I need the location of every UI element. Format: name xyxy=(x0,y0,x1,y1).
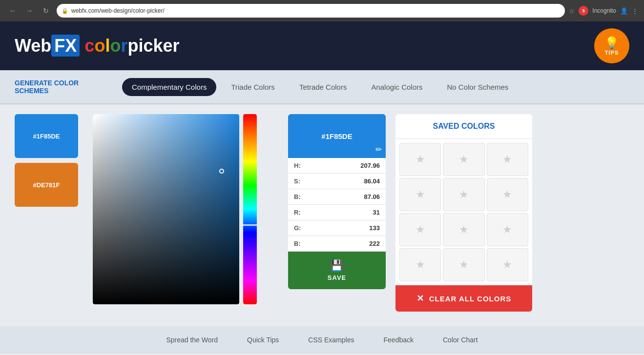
profile-icon: 👤 xyxy=(620,7,628,15)
r-value-row: R: xyxy=(288,205,386,220)
footer-color-chart[interactable]: Color Chart xyxy=(443,336,478,344)
star-icon-11: ★ xyxy=(459,258,469,271)
star-icon: ☆ xyxy=(569,7,575,15)
save-icon: 💾 xyxy=(330,259,344,272)
clear-label: CLEAR ALL COLORS xyxy=(429,295,512,303)
footer-quick-tips[interactable]: Quick Tips xyxy=(247,336,279,344)
main-content: #1F85DE #DE781F #1F85DE ✏ H: S: xyxy=(0,104,644,321)
b2-label: B: xyxy=(294,240,301,247)
saved-slot-8[interactable]: ★ xyxy=(443,213,484,246)
picker-area xyxy=(93,114,278,312)
b-value-row: B: xyxy=(288,189,386,205)
saved-slot-9[interactable]: ★ xyxy=(487,213,528,246)
tab-triade[interactable]: Triade Colors xyxy=(221,78,284,96)
url-text: webfx.com/web-design/color-picker/ xyxy=(71,7,165,14)
clear-icon: ✕ xyxy=(416,293,424,304)
g-value-row: G: xyxy=(288,220,386,236)
footer-css-examples[interactable]: CSS Examples xyxy=(308,336,354,344)
saved-colors-grid: ★ ★ ★ ★ ★ ★ ★ ★ ★ ★ ★ ★ xyxy=(395,139,532,285)
logo-c: c xyxy=(84,36,94,56)
saved-slot-2[interactable]: ★ xyxy=(443,143,484,176)
tips-label: TIPS xyxy=(605,50,619,56)
footer-spread-word[interactable]: Spread the Word xyxy=(166,336,218,344)
address-bar[interactable]: 🔒 webfx.com/web-design/color-picker/ xyxy=(57,4,565,18)
hue-slider xyxy=(243,114,257,304)
g-label: G: xyxy=(294,224,301,232)
swatch-orange[interactable]: #DE781F xyxy=(15,163,78,207)
star-icon-5: ★ xyxy=(459,188,469,201)
star-icon-1: ★ xyxy=(415,153,425,166)
s-input[interactable] xyxy=(346,178,380,185)
clear-all-button[interactable]: ✕ CLEAR ALL COLORS xyxy=(395,285,532,312)
saved-slot-6[interactable]: ★ xyxy=(487,178,528,211)
logo-r: r xyxy=(121,36,127,56)
star-icon-6: ★ xyxy=(502,188,512,201)
eyedropper-button[interactable]: ✏ xyxy=(375,145,382,154)
logo-o2: o xyxy=(110,36,121,56)
incognito-label: Incognito xyxy=(592,7,616,14)
swatch-orange-label: #DE781F xyxy=(33,181,60,189)
s-value-row: S: xyxy=(288,174,386,189)
saved-slot-12[interactable]: ★ xyxy=(487,248,528,281)
r-input[interactable] xyxy=(346,209,380,216)
picker-dot[interactable] xyxy=(219,169,224,174)
swatch-blue-label: #1F85DE xyxy=(33,133,60,140)
tab-noscheme[interactable]: No Color Schemes xyxy=(437,78,518,96)
star-icon-12: ★ xyxy=(502,258,512,271)
saved-slot-5[interactable]: ★ xyxy=(443,178,484,211)
tab-complementary[interactable]: Complementary Colors xyxy=(122,78,216,96)
saved-slot-1[interactable]: ★ xyxy=(399,143,441,176)
logo-colorpicker: colorpicker xyxy=(84,36,179,56)
browser-chrome: ← → ↻ 🔒 webfx.com/web-design/color-picke… xyxy=(0,0,644,21)
generate-label: GENERATE COLOR SCHEMES xyxy=(15,79,112,95)
bulb-icon: 💡 xyxy=(604,36,619,50)
star-icon-3: ★ xyxy=(502,153,512,166)
saved-colors-panel: SAVED COLORS ★ ★ ★ ★ ★ ★ ★ ★ ★ ★ ★ ★ ✕ C… xyxy=(395,114,532,312)
star-icon-8: ★ xyxy=(459,223,469,236)
saved-slot-11[interactable]: ★ xyxy=(443,248,484,281)
browser-actions: ☆ 5 Incognito 👤 ⋮ xyxy=(569,6,638,16)
tab-analogic[interactable]: Analogic Colors xyxy=(361,78,432,96)
saved-slot-3[interactable]: ★ xyxy=(487,143,528,176)
extension-badge: 5 xyxy=(579,6,588,16)
logo-fx-box: FX xyxy=(51,35,80,57)
b-input[interactable] xyxy=(346,193,380,200)
saved-slot-7[interactable]: ★ xyxy=(399,213,441,246)
logo-o: o xyxy=(94,36,105,56)
b2-input[interactable] xyxy=(346,240,380,247)
footer: Spread the Word Quick Tips CSS Examples … xyxy=(0,326,644,354)
star-icon-10: ★ xyxy=(415,258,425,271)
logo-web-text: Web xyxy=(15,36,51,56)
save-button[interactable]: 💾 SAVE xyxy=(288,252,386,289)
logo-container: WebFX colorpicker xyxy=(15,36,180,56)
back-button[interactable]: ← xyxy=(6,4,20,18)
saved-slot-10[interactable]: ★ xyxy=(399,248,441,281)
logo-l: l xyxy=(105,36,110,56)
nav-buttons: ← → ↻ xyxy=(6,4,53,18)
saved-slot-4[interactable]: ★ xyxy=(399,178,441,211)
r-label: R: xyxy=(294,209,301,216)
s-label: S: xyxy=(294,178,300,185)
h-value-row: H: xyxy=(288,158,386,174)
color-values-panel: #1F85DE ✏ H: S: B: R: G: B: 💾 SAV xyxy=(288,114,386,312)
nav-bar: GENERATE COLOR SCHEMES Complementary Col… xyxy=(0,70,644,104)
menu-icon: ⋮ xyxy=(632,7,638,15)
g-input[interactable] xyxy=(346,224,380,232)
swatch-blue[interactable]: #1F85DE xyxy=(15,114,78,158)
hue-slider-container[interactable] xyxy=(243,114,257,304)
logo-picker-text: picker xyxy=(127,36,179,56)
save-label: SAVE xyxy=(328,274,346,281)
h-label: H: xyxy=(294,162,301,169)
b-label: B: xyxy=(294,193,301,200)
h-input[interactable] xyxy=(346,162,380,169)
forward-button[interactable]: → xyxy=(22,4,36,18)
refresh-button[interactable]: ↻ xyxy=(39,4,53,18)
footer-feedback[interactable]: Feedback xyxy=(384,336,414,344)
color-canvas-container[interactable] xyxy=(93,114,239,304)
tips-button[interactable]: 💡 TIPS xyxy=(594,28,629,63)
saved-colors-header: SAVED COLORS xyxy=(395,114,532,139)
tab-tetrade[interactable]: Tetrade Colors xyxy=(290,78,357,96)
color-scheme-tabs: Complementary Colors Triade Colors Tetra… xyxy=(122,78,518,96)
logo-webfx: WebFX xyxy=(15,36,80,56)
lock-icon: 🔒 xyxy=(62,8,68,14)
